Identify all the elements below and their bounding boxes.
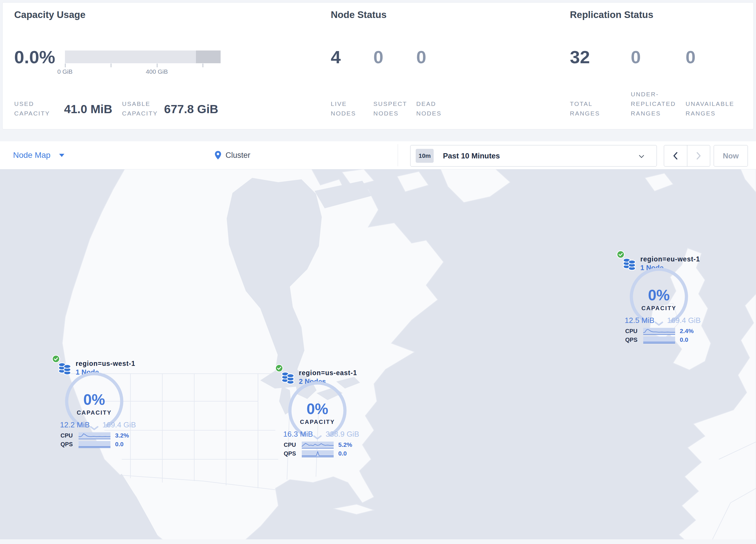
used-capacity-value: 41.0 MiB [64,103,112,115]
region-used-capacity: 12.2 MiB [60,420,90,429]
time-step-forward-button[interactable] [687,145,710,166]
qps-label: QPS [51,441,73,447]
region-capacity-percent: 0% [630,288,688,303]
view-selector-label: Node Map [13,150,50,160]
region-used-capacity: 16.3 MiB [283,430,313,439]
time-range-label: Past 10 Minutes [443,151,500,160]
cuba [333,504,374,514]
arctic-island [397,171,428,192]
unavailable-ranges-label: UNAVAILABLE RANGES [686,99,734,118]
node-map: region=us-west-1 1 Node 0% CAPACITY 12.2… [0,169,756,544]
node-status-title: Node Status [331,9,387,21]
total-ranges-count: 32 [570,48,590,66]
region-capacity-percent: 0% [65,392,123,407]
region-capacity-label: CAPACITY [288,419,346,425]
greenland [441,169,510,202]
region-capacity-label: CAPACITY [630,305,688,312]
capacity-usage-percent: 0.0% [14,48,55,66]
region-total-capacity: 169.4 GiB [667,316,701,325]
cpu-value: 3.2% [115,432,129,439]
map-bottom-strip [0,539,756,544]
time-range-badge: 10m [416,149,434,163]
view-selector-dropdown[interactable]: Node Map [13,141,64,169]
qps-value: 0.0 [680,337,688,343]
under-replicated-ranges-count: 0 [631,48,641,66]
breadcrumb-label: Cluster [226,151,250,160]
dead-nodes-label: DEAD NODES [416,99,441,118]
capacity-usage-bar [65,50,221,63]
region-used-capacity: 12.5 MiB [625,316,655,325]
region-capacity-label: CAPACITY [65,409,123,416]
cpu-sparkline [79,432,110,439]
capacity-axis-label-400: 400 GiB [134,68,180,75]
chevron-left-icon [673,152,678,159]
capacity-axis-label-0: 0 GiB [42,68,88,75]
map-pin-icon [215,150,221,160]
usable-capacity-label: USABLE CAPACITY [122,99,158,118]
under-replicated-ranges-label: UNDER- REPLICATED RANGES [631,89,676,118]
dead-nodes-count: 0 [416,48,426,66]
qps-sparkline [643,337,675,344]
suspect-nodes-label: SUSPECT NODES [373,99,407,118]
usable-capacity-value: 677.8 GiB [164,103,218,115]
qps-sparkline [79,441,110,448]
live-nodes-count: 4 [331,48,341,66]
cpu-value: 5.2% [338,442,352,448]
capacity-axis-tick [203,64,203,67]
time-range-dropdown[interactable]: 10m Past 10 Minutes [410,145,657,166]
scandinavia-edge [741,169,756,192]
qps-value: 0.0 [338,450,347,457]
cpu-sparkline [643,328,675,335]
cpu-label: CPU [615,328,637,334]
capacity-usage-title: Capacity Usage [14,9,86,21]
region-card-us-east-1[interactable]: region=us-east-1 2 Nodes 0% CAPACITY 16.… [257,353,378,463]
qps-value: 0.0 [115,441,123,447]
breadcrumb[interactable]: Cluster [215,141,250,169]
capacity-axis-tick [65,64,66,67]
region-card-eu-west-1[interactable]: region=eu-west-1 1 Node 0% CAPACITY 12.5… [598,239,720,349]
region-title: region=us-west-1 [76,360,135,367]
region-title: region=eu-west-1 [640,255,700,263]
unavailable-ranges-count: 0 [686,48,695,66]
region-total-capacity: 338.9 GiB [326,430,359,439]
capacity-axis-tick [157,64,157,67]
cpu-label: CPU [274,442,296,448]
iceland [645,173,673,191]
capacity-axis-tick [111,64,111,67]
chevron-right-icon [696,152,701,159]
region-total-capacity: 169.4 GiB [102,420,136,429]
qps-label: QPS [615,337,637,343]
now-button[interactable]: Now [714,145,748,166]
time-step-buttons [664,145,710,166]
time-step-back-button[interactable] [664,145,687,166]
capacity-bar-reserved-segment [196,50,221,63]
suspect-nodes-count: 0 [373,48,383,66]
replication-status-title: Replication Status [570,9,653,21]
cpu-sparkline [302,442,334,449]
toolbar-divider [398,144,398,166]
cpu-label: CPU [51,432,73,439]
region-title: region=us-east-1 [299,369,357,377]
chevron-down-icon [639,155,644,158]
caret-down-icon [59,154,64,157]
cpu-value: 2.4% [680,328,694,334]
live-nodes-label: LIVE NODES [331,99,356,118]
map-toolbar: Node Map Cluster 10m Past 10 Minutes Now [0,141,756,169]
region-capacity-percent: 0% [288,401,346,416]
region-card-us-west-1[interactable]: region=us-west-1 1 Node 0% CAPACITY 12.2… [33,343,155,454]
qps-label: QPS [274,450,296,457]
qps-sparkline [302,450,334,457]
used-capacity-label: USED CAPACITY [14,99,50,118]
cluster-summary-card: Capacity Usage 0.0% 0 GiB 400 GiB USED C… [2,2,754,129]
total-ranges-label: TOTAL RANGES [570,99,600,118]
